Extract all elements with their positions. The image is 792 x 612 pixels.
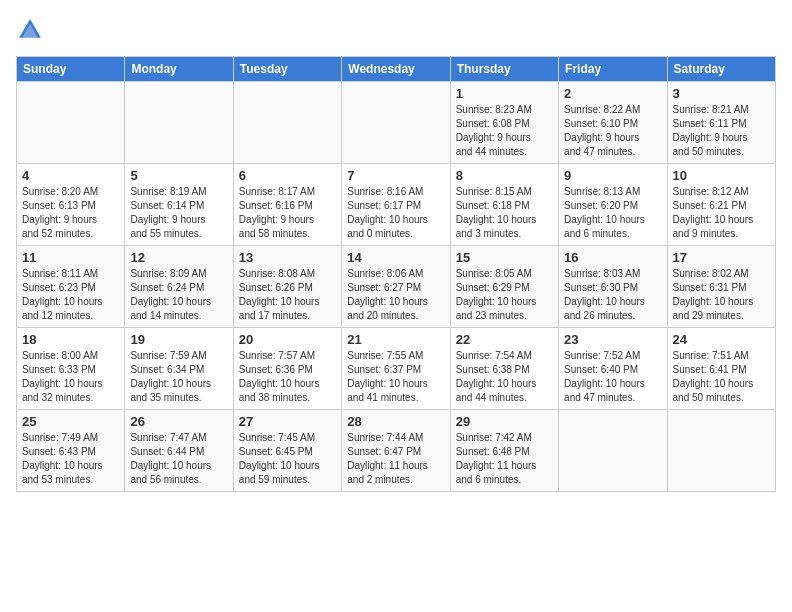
day-number: 11	[22, 250, 119, 265]
calendar-cell: 4Sunrise: 8:20 AM Sunset: 6:13 PM Daylig…	[17, 164, 125, 246]
column-header-sunday: Sunday	[17, 57, 125, 82]
calendar-cell: 27Sunrise: 7:45 AM Sunset: 6:45 PM Dayli…	[233, 410, 341, 492]
column-header-thursday: Thursday	[450, 57, 558, 82]
calendar-week-5: 25Sunrise: 7:49 AM Sunset: 6:43 PM Dayli…	[17, 410, 776, 492]
page-header	[16, 16, 776, 44]
calendar-cell: 28Sunrise: 7:44 AM Sunset: 6:47 PM Dayli…	[342, 410, 450, 492]
day-number: 20	[239, 332, 336, 347]
day-info: Sunrise: 7:44 AM Sunset: 6:47 PM Dayligh…	[347, 431, 444, 487]
day-number: 29	[456, 414, 553, 429]
calendar-cell	[559, 410, 667, 492]
day-number: 3	[673, 86, 770, 101]
calendar-cell: 8Sunrise: 8:15 AM Sunset: 6:18 PM Daylig…	[450, 164, 558, 246]
day-number: 27	[239, 414, 336, 429]
day-number: 26	[130, 414, 227, 429]
day-info: Sunrise: 7:52 AM Sunset: 6:40 PM Dayligh…	[564, 349, 661, 405]
day-number: 21	[347, 332, 444, 347]
day-info: Sunrise: 8:05 AM Sunset: 6:29 PM Dayligh…	[456, 267, 553, 323]
day-number: 25	[22, 414, 119, 429]
calendar-cell: 13Sunrise: 8:08 AM Sunset: 6:26 PM Dayli…	[233, 246, 341, 328]
day-number: 17	[673, 250, 770, 265]
day-number: 19	[130, 332, 227, 347]
calendar-cell: 9Sunrise: 8:13 AM Sunset: 6:20 PM Daylig…	[559, 164, 667, 246]
column-header-monday: Monday	[125, 57, 233, 82]
calendar-cell: 20Sunrise: 7:57 AM Sunset: 6:36 PM Dayli…	[233, 328, 341, 410]
calendar-cell	[233, 82, 341, 164]
day-number: 23	[564, 332, 661, 347]
day-info: Sunrise: 8:15 AM Sunset: 6:18 PM Dayligh…	[456, 185, 553, 241]
calendar-cell: 15Sunrise: 8:05 AM Sunset: 6:29 PM Dayli…	[450, 246, 558, 328]
day-number: 9	[564, 168, 661, 183]
column-header-tuesday: Tuesday	[233, 57, 341, 82]
calendar-cell: 1Sunrise: 8:23 AM Sunset: 6:08 PM Daylig…	[450, 82, 558, 164]
calendar-cell	[125, 82, 233, 164]
day-info: Sunrise: 8:02 AM Sunset: 6:31 PM Dayligh…	[673, 267, 770, 323]
calendar-cell: 24Sunrise: 7:51 AM Sunset: 6:41 PM Dayli…	[667, 328, 775, 410]
day-info: Sunrise: 7:51 AM Sunset: 6:41 PM Dayligh…	[673, 349, 770, 405]
day-info: Sunrise: 7:47 AM Sunset: 6:44 PM Dayligh…	[130, 431, 227, 487]
day-info: Sunrise: 8:06 AM Sunset: 6:27 PM Dayligh…	[347, 267, 444, 323]
day-info: Sunrise: 8:20 AM Sunset: 6:13 PM Dayligh…	[22, 185, 119, 241]
calendar-cell: 14Sunrise: 8:06 AM Sunset: 6:27 PM Dayli…	[342, 246, 450, 328]
day-number: 18	[22, 332, 119, 347]
day-number: 1	[456, 86, 553, 101]
day-info: Sunrise: 7:42 AM Sunset: 6:48 PM Dayligh…	[456, 431, 553, 487]
calendar-week-3: 11Sunrise: 8:11 AM Sunset: 6:23 PM Dayli…	[17, 246, 776, 328]
calendar-cell: 26Sunrise: 7:47 AM Sunset: 6:44 PM Dayli…	[125, 410, 233, 492]
day-info: Sunrise: 7:54 AM Sunset: 6:38 PM Dayligh…	[456, 349, 553, 405]
day-number: 10	[673, 168, 770, 183]
day-number: 5	[130, 168, 227, 183]
day-info: Sunrise: 7:45 AM Sunset: 6:45 PM Dayligh…	[239, 431, 336, 487]
day-info: Sunrise: 8:11 AM Sunset: 6:23 PM Dayligh…	[22, 267, 119, 323]
day-number: 22	[456, 332, 553, 347]
calendar-cell: 23Sunrise: 7:52 AM Sunset: 6:40 PM Dayli…	[559, 328, 667, 410]
calendar-cell: 2Sunrise: 8:22 AM Sunset: 6:10 PM Daylig…	[559, 82, 667, 164]
calendar-cell: 22Sunrise: 7:54 AM Sunset: 6:38 PM Dayli…	[450, 328, 558, 410]
day-info: Sunrise: 7:57 AM Sunset: 6:36 PM Dayligh…	[239, 349, 336, 405]
day-number: 16	[564, 250, 661, 265]
calendar-cell: 11Sunrise: 8:11 AM Sunset: 6:23 PM Dayli…	[17, 246, 125, 328]
calendar-cell: 25Sunrise: 7:49 AM Sunset: 6:43 PM Dayli…	[17, 410, 125, 492]
calendar-cell	[17, 82, 125, 164]
day-info: Sunrise: 8:16 AM Sunset: 6:17 PM Dayligh…	[347, 185, 444, 241]
day-info: Sunrise: 7:59 AM Sunset: 6:34 PM Dayligh…	[130, 349, 227, 405]
day-info: Sunrise: 8:13 AM Sunset: 6:20 PM Dayligh…	[564, 185, 661, 241]
day-number: 6	[239, 168, 336, 183]
day-info: Sunrise: 8:03 AM Sunset: 6:30 PM Dayligh…	[564, 267, 661, 323]
day-number: 2	[564, 86, 661, 101]
calendar-cell: 17Sunrise: 8:02 AM Sunset: 6:31 PM Dayli…	[667, 246, 775, 328]
day-info: Sunrise: 7:49 AM Sunset: 6:43 PM Dayligh…	[22, 431, 119, 487]
calendar-week-1: 1Sunrise: 8:23 AM Sunset: 6:08 PM Daylig…	[17, 82, 776, 164]
day-info: Sunrise: 8:19 AM Sunset: 6:14 PM Dayligh…	[130, 185, 227, 241]
logo	[16, 16, 48, 44]
day-number: 7	[347, 168, 444, 183]
calendar-cell	[342, 82, 450, 164]
day-info: Sunrise: 8:21 AM Sunset: 6:11 PM Dayligh…	[673, 103, 770, 159]
calendar-cell: 16Sunrise: 8:03 AM Sunset: 6:30 PM Dayli…	[559, 246, 667, 328]
calendar-week-4: 18Sunrise: 8:00 AM Sunset: 6:33 PM Dayli…	[17, 328, 776, 410]
day-number: 14	[347, 250, 444, 265]
day-number: 4	[22, 168, 119, 183]
calendar-cell: 6Sunrise: 8:17 AM Sunset: 6:16 PM Daylig…	[233, 164, 341, 246]
day-info: Sunrise: 8:12 AM Sunset: 6:21 PM Dayligh…	[673, 185, 770, 241]
calendar-cell: 21Sunrise: 7:55 AM Sunset: 6:37 PM Dayli…	[342, 328, 450, 410]
logo-icon	[16, 16, 44, 44]
calendar-cell: 7Sunrise: 8:16 AM Sunset: 6:17 PM Daylig…	[342, 164, 450, 246]
day-info: Sunrise: 8:00 AM Sunset: 6:33 PM Dayligh…	[22, 349, 119, 405]
day-number: 8	[456, 168, 553, 183]
day-number: 28	[347, 414, 444, 429]
calendar-week-2: 4Sunrise: 8:20 AM Sunset: 6:13 PM Daylig…	[17, 164, 776, 246]
day-info: Sunrise: 8:09 AM Sunset: 6:24 PM Dayligh…	[130, 267, 227, 323]
column-header-wednesday: Wednesday	[342, 57, 450, 82]
day-number: 24	[673, 332, 770, 347]
calendar-cell: 10Sunrise: 8:12 AM Sunset: 6:21 PM Dayli…	[667, 164, 775, 246]
day-number: 12	[130, 250, 227, 265]
day-number: 13	[239, 250, 336, 265]
calendar-cell: 3Sunrise: 8:21 AM Sunset: 6:11 PM Daylig…	[667, 82, 775, 164]
column-header-friday: Friday	[559, 57, 667, 82]
day-info: Sunrise: 8:08 AM Sunset: 6:26 PM Dayligh…	[239, 267, 336, 323]
calendar-cell: 29Sunrise: 7:42 AM Sunset: 6:48 PM Dayli…	[450, 410, 558, 492]
day-number: 15	[456, 250, 553, 265]
calendar-cell: 19Sunrise: 7:59 AM Sunset: 6:34 PM Dayli…	[125, 328, 233, 410]
day-info: Sunrise: 8:23 AM Sunset: 6:08 PM Dayligh…	[456, 103, 553, 159]
